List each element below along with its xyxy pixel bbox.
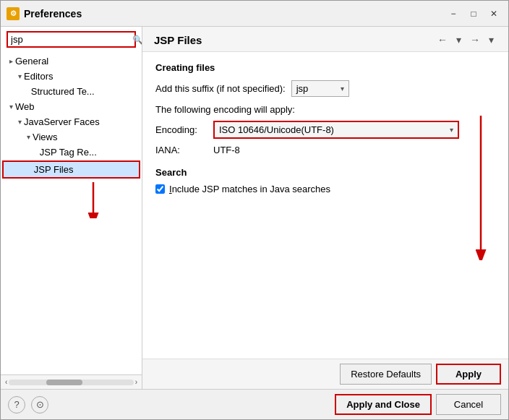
tree-label-general: General (15, 56, 48, 67)
expand-arrow-editors: ▾ (18, 72, 22, 80)
tree-label-structured: Structured Te... (31, 86, 95, 97)
tree-label-editors: Editors (24, 71, 53, 82)
maximize-button[interactable]: □ (465, 7, 482, 21)
apply-and-close-button[interactable]: Apply and Close (335, 394, 432, 415)
nav-dropdown-forward[interactable]: ▾ (486, 33, 497, 47)
action-row: Restore Defaults Apply (142, 359, 508, 389)
left-panel: 🔍 ▸ General ▾ Editors (1, 27, 142, 389)
suffix-row: Add this suffix (if not specified): jsp … (155, 80, 495, 97)
right-content: Creating files Add this suffix (if not s… (142, 52, 508, 359)
scroll-thumb[interactable] (46, 380, 82, 385)
tree-item-jsp-files[interactable]: JSP Files (2, 160, 140, 179)
horizontal-scrollbar[interactable]: ‹ › (1, 374, 142, 389)
expand-arrow-jsp-tag (35, 148, 38, 156)
suffix-value: jsp (296, 83, 309, 94)
restore-defaults-button[interactable]: Restore Defaults (340, 364, 432, 385)
include-jsp-checkbox[interactable] (155, 184, 165, 194)
tree-item-views[interactable]: ▾ Views (1, 129, 142, 145)
cancel-button[interactable]: Cancel (436, 394, 501, 415)
right-header: JSP Files ← ▾ → ▾ (142, 27, 508, 52)
expand-arrow-web: ▾ (9, 103, 13, 111)
encoding-row: Encoding: ISO 10646/Unicode(UTF-8) ▾ (155, 121, 495, 139)
apply-button[interactable]: Apply (436, 364, 501, 385)
nav-back-button[interactable]: ← (435, 33, 450, 47)
iana-label: IANA: (155, 145, 213, 155)
tree-item-web[interactable]: ▾ Web (1, 99, 142, 114)
nav-buttons: ← ▾ → ▾ (435, 33, 497, 47)
bottom-bar: ? ⊙ Apply and Close Cancel (1, 389, 508, 419)
window-controls: − □ ✕ (445, 7, 502, 21)
help-button[interactable]: ? (8, 396, 25, 413)
tree-label-web: Web (15, 101, 35, 112)
suffix-dropdown-arrow: ▾ (341, 85, 344, 93)
tree-area: ▸ General ▾ Editors Structured Te... (1, 52, 142, 374)
tree-item-javaserver-faces[interactable]: ▾ JavaServer Faces (1, 114, 142, 129)
scroll-track[interactable] (9, 380, 133, 385)
iana-row: IANA: UTF-8 (155, 145, 495, 155)
preferences-dialog: ⚙ Preferences − □ ✕ 🔍 ▸ General (0, 0, 509, 420)
tree-label-jsp-tag: JSP Tag Re... (40, 147, 97, 158)
tree-label-jsf: JavaServer Faces (24, 116, 100, 127)
search-icon: 🔍 (132, 35, 142, 45)
search-box: 🔍 (7, 31, 136, 48)
iana-value: UTF-8 (213, 145, 240, 155)
scroll-right-arrow[interactable]: › (134, 378, 139, 386)
include-jsp-row: Include JSP matches in Java searches (155, 184, 495, 194)
settings-button[interactable]: ⊙ (31, 396, 48, 413)
minimize-button[interactable]: − (445, 7, 462, 21)
tree-label-views: Views (33, 132, 57, 142)
app-icon: ⚙ (7, 7, 20, 20)
dialog-title: Preferences (24, 8, 82, 20)
search-input[interactable] (11, 34, 132, 45)
expand-arrow-jsp-files (30, 166, 32, 173)
creating-files-section: Creating files (155, 62, 495, 73)
bottom-row: ? ⊙ Apply and Close Cancel (8, 394, 501, 415)
encoding-section-label: The following encoding will apply: (155, 104, 495, 115)
nav-forward-button[interactable]: → (467, 33, 483, 47)
bottom-icons: ? ⊙ (8, 396, 48, 413)
expand-arrow-views: ▾ (27, 133, 30, 141)
encoding-dropdown-arrow: ▾ (450, 126, 453, 134)
tree-item-structured[interactable]: Structured Te... (1, 84, 142, 99)
encoding-select[interactable]: ISO 10646/Unicode(UTF-8) ▾ (213, 121, 459, 139)
search-section: Search (155, 167, 495, 178)
right-panel-title: JSP Files (154, 34, 202, 46)
title-bar-left: ⚙ Preferences (7, 7, 82, 20)
right-panel: JSP Files ← ▾ → ▾ Creating files Add thi… (142, 27, 508, 389)
nav-dropdown-back[interactable]: ▾ (453, 33, 464, 47)
expand-arrow-jsf: ▾ (18, 118, 22, 126)
tree-label-jsp-files: JSP Files (34, 164, 74, 175)
content-area: 🔍 ▸ General ▾ Editors (1, 27, 508, 389)
expand-arrow-structured (27, 87, 29, 95)
expand-arrow-general: ▸ (9, 57, 13, 65)
dialog-buttons: Apply and Close Cancel (335, 394, 501, 415)
tree-item-jsp-tag[interactable]: JSP Tag Re... (1, 145, 142, 160)
scroll-left-arrow[interactable]: ‹ (4, 378, 9, 386)
arrow-indicator (1, 179, 142, 218)
suffix-label: Add this suffix (if not specified): (155, 83, 286, 94)
encoding-value: ISO 10646/Unicode(UTF-8) (219, 124, 334, 135)
close-button[interactable]: ✕ (485, 7, 502, 21)
encoding-label: Encoding: (155, 124, 213, 135)
tree-item-general[interactable]: ▸ General (1, 53, 142, 69)
include-jsp-label: Include JSP matches in Java searches (169, 184, 330, 194)
title-bar: ⚙ Preferences − □ ✕ (1, 1, 508, 27)
tree-item-editors[interactable]: ▾ Editors (1, 69, 142, 84)
suffix-select[interactable]: jsp ▾ (291, 80, 349, 97)
